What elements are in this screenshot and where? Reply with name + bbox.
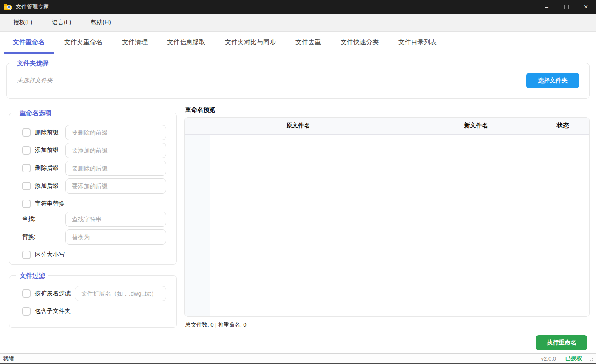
add-suffix-row: 添加后缀 bbox=[22, 178, 166, 194]
replace-input[interactable] bbox=[65, 229, 166, 245]
tab-file-cleanup[interactable]: 文件清理 bbox=[113, 32, 156, 54]
tab-bar-wrap: 文件重命名 文件夹重命名 文件清理 文件信息提取 文件夹对比与同步 文件去重 文… bbox=[0, 32, 596, 54]
remove-prefix-row: 删除前缀 bbox=[22, 125, 166, 140]
rename-options-group: 重命名选项 删除前缀 添加前缀 删除后缀 bbox=[9, 113, 177, 265]
tab-file-rename[interactable]: 文件重命名 bbox=[4, 32, 54, 54]
extension-filter-input[interactable] bbox=[75, 286, 166, 301]
execute-rename-button[interactable]: 执行重命名 bbox=[536, 335, 587, 350]
string-replace-row: 字符串替换 bbox=[22, 196, 166, 212]
find-label: 查找: bbox=[22, 215, 65, 223]
rename-preview-panel: 重命名预览 原文件名 新文件名 状态 总文件数: 0 | 将重命名: 0 bbox=[184, 104, 590, 328]
tab-file-quick-classify[interactable]: 文件快速分类 bbox=[332, 32, 388, 54]
string-replace-label: 字符串替换 bbox=[35, 200, 65, 208]
status-text: 就绪 bbox=[3, 355, 541, 362]
replace-label: 替换: bbox=[22, 233, 65, 241]
remove-suffix-input[interactable] bbox=[65, 161, 166, 176]
include-subfolders-row: 包含子文件夹 bbox=[22, 304, 166, 319]
selected-folder-path: 未选择文件夹 bbox=[17, 77, 526, 85]
remove-prefix-checkbox[interactable] bbox=[22, 128, 31, 137]
main-content: 文件夹选择 未选择文件夹 选择文件夹 重命名选项 删除前缀 添加前缀 bbox=[0, 54, 596, 353]
tab-file-directory-list[interactable]: 文件目录列表 bbox=[389, 32, 446, 54]
close-button[interactable]: ✕ bbox=[576, 0, 596, 14]
menu-help[interactable]: 帮助(H) bbox=[85, 16, 116, 29]
tab-folder-rename[interactable]: 文件夹重命名 bbox=[55, 32, 111, 54]
app-window: 文件管理专家 – ✕ 授权(L) 语言(L) 帮助(H) 文件重命名 文件夹重命… bbox=[0, 0, 596, 364]
add-prefix-input[interactable] bbox=[65, 143, 166, 158]
version-label: v2.0.0 bbox=[541, 356, 556, 362]
license-status-badge: 已授权 bbox=[565, 355, 582, 362]
maximize-button[interactable] bbox=[556, 0, 576, 14]
add-prefix-row: 添加前缀 bbox=[22, 143, 166, 158]
app-folder-search-icon bbox=[4, 3, 12, 11]
string-replace-checkbox[interactable] bbox=[22, 200, 31, 208]
column-new-filename: 新文件名 bbox=[412, 122, 541, 130]
maximize-icon bbox=[564, 5, 569, 9]
menu-language[interactable]: 语言(L) bbox=[46, 16, 77, 29]
extension-filter-checkbox[interactable] bbox=[22, 289, 31, 298]
find-input[interactable] bbox=[65, 212, 166, 227]
remove-suffix-row: 删除后缀 bbox=[22, 161, 166, 176]
file-filter-legend: 文件过滤 bbox=[16, 271, 48, 280]
rename-preview-title: 重命名预览 bbox=[185, 106, 590, 114]
status-bar: 就绪 v2.0.0 已授权 bbox=[0, 353, 596, 364]
left-column: 重命名选项 删除前缀 添加前缀 删除后缀 bbox=[9, 104, 177, 328]
execute-row: 执行重命名 bbox=[6, 335, 590, 350]
case-sensitive-row: 区分大小写 bbox=[22, 247, 166, 262]
preview-table-header: 原文件名 新文件名 状态 bbox=[185, 118, 589, 135]
main-row: 重命名选项 删除前缀 添加前缀 删除后缀 bbox=[6, 104, 590, 328]
remove-suffix-label: 删除后缀 bbox=[35, 164, 65, 172]
add-suffix-input[interactable] bbox=[65, 178, 166, 194]
folder-select-group: 文件夹选择 未选择文件夹 选择文件夹 bbox=[6, 63, 590, 99]
preview-summary: 总文件数: 0 | 将重命名: 0 bbox=[184, 317, 590, 328]
tab-folder-compare-sync[interactable]: 文件夹对比与同步 bbox=[216, 32, 285, 54]
select-folder-button[interactable]: 选择文件夹 bbox=[526, 73, 579, 88]
file-filter-group: 文件过滤 按扩展名过滤 包含子文件夹 bbox=[9, 275, 177, 328]
menu-authorize[interactable]: 授权(L) bbox=[7, 16, 38, 29]
remove-suffix-checkbox[interactable] bbox=[22, 164, 31, 172]
preview-table-rows[interactable] bbox=[210, 135, 589, 316]
find-row: 查找: bbox=[22, 212, 166, 227]
case-sensitive-label: 区分大小写 bbox=[35, 251, 65, 259]
menu-bar: 授权(L) 语言(L) 帮助(H) bbox=[0, 14, 596, 32]
case-sensitive-checkbox[interactable] bbox=[22, 251, 31, 259]
folder-select-legend: 文件夹选择 bbox=[14, 59, 52, 68]
remove-prefix-label: 删除前缀 bbox=[35, 129, 65, 136]
resize-grip-icon[interactable] bbox=[588, 356, 593, 361]
add-prefix-checkbox[interactable] bbox=[22, 146, 31, 155]
remove-prefix-input[interactable] bbox=[65, 125, 166, 140]
title-bar: 文件管理专家 – ✕ bbox=[0, 0, 596, 14]
tab-file-info-extract[interactable]: 文件信息提取 bbox=[158, 32, 214, 54]
tab-file-dedupe[interactable]: 文件去重 bbox=[287, 32, 330, 54]
window-title: 文件管理专家 bbox=[16, 3, 49, 11]
rename-preview-table: 原文件名 新文件名 状态 bbox=[184, 117, 590, 317]
include-subfolders-label: 包含子文件夹 bbox=[35, 308, 71, 315]
preview-table-body bbox=[185, 135, 589, 316]
column-status: 状态 bbox=[541, 122, 589, 130]
add-suffix-checkbox[interactable] bbox=[22, 182, 31, 190]
column-original-filename: 原文件名 bbox=[185, 122, 412, 130]
add-suffix-label: 添加后缀 bbox=[35, 182, 65, 190]
preview-table-row-header-strip bbox=[185, 135, 210, 316]
minimize-button[interactable]: – bbox=[537, 0, 556, 14]
add-prefix-label: 添加前缀 bbox=[35, 147, 65, 154]
replace-row: 替换: bbox=[22, 229, 166, 245]
extension-filter-label: 按扩展名过滤 bbox=[35, 290, 71, 297]
tab-bar: 文件重命名 文件夹重命名 文件清理 文件信息提取 文件夹对比与同步 文件去重 文… bbox=[0, 32, 438, 54]
extension-filter-row: 按扩展名过滤 bbox=[22, 286, 166, 301]
include-subfolders-checkbox[interactable] bbox=[22, 307, 31, 316]
rename-options-legend: 重命名选项 bbox=[16, 109, 55, 117]
